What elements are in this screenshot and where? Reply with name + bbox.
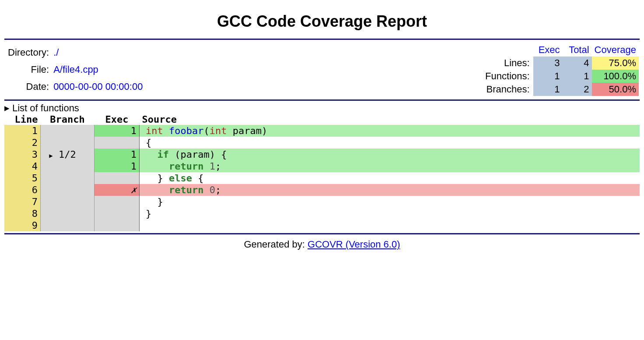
branch-cell[interactable]: ▶ 1/2 xyxy=(41,149,94,160)
source-row: 11int foobar(int param) xyxy=(4,125,640,137)
source-row: 41 return 1; xyxy=(4,160,640,172)
page-title: GCC Code Coverage Report xyxy=(4,12,640,31)
directory-label: Directory: xyxy=(6,44,51,60)
col-branch: Branch xyxy=(41,114,94,125)
directory-value: ./ xyxy=(52,44,144,60)
branch-cell xyxy=(41,160,94,172)
exec-count: ✗ xyxy=(94,184,140,196)
file-value: A/file4.cpp xyxy=(52,61,144,78)
exec-count: 1 xyxy=(94,125,140,137)
line-number: 6 xyxy=(4,184,41,196)
branch-cell xyxy=(41,196,94,208)
branch-cell xyxy=(41,172,94,184)
row-functions-exec: 1 xyxy=(533,70,563,83)
row-functions: Functions: 1 1 100.0% xyxy=(483,70,639,83)
branch-cell xyxy=(41,184,94,196)
line-number: 8 xyxy=(4,208,41,220)
branch-cell xyxy=(41,220,94,231)
functions-toggle-label: List of functions xyxy=(12,103,79,114)
row-lines-label: Lines: xyxy=(483,57,533,70)
row-lines: Lines: 3 4 75.0% xyxy=(483,57,639,70)
source-row: 7 } xyxy=(4,196,640,208)
row-functions-coverage: 100.0% xyxy=(592,70,639,83)
coverage-summary-table: Exec Total Coverage Lines: 3 4 75.0% Fun… xyxy=(483,43,639,96)
source-code: int foobar(int param) xyxy=(140,125,640,137)
row-functions-total: 1 xyxy=(563,70,592,83)
line-number: 2 xyxy=(4,137,41,149)
row-branches-coverage: 50.0% xyxy=(592,83,639,96)
source-code: { xyxy=(140,137,640,149)
exec-count xyxy=(94,137,140,149)
line-number: 1 xyxy=(4,125,41,137)
divider xyxy=(4,233,640,234)
header-exec: Exec xyxy=(533,43,563,57)
file-label: File: xyxy=(6,61,51,78)
summary-section: Directory: ./ File: A/file4.cpp Date: 00… xyxy=(4,42,640,98)
functions-toggle[interactable]: ▶ List of functions xyxy=(4,103,640,114)
row-branches: Branches: 1 2 50.0% xyxy=(483,83,639,96)
date-label: Date: xyxy=(6,79,51,95)
row-branches-exec: 1 xyxy=(533,83,563,96)
footer-link[interactable]: GCOVR (Version 6.0) xyxy=(308,239,400,250)
source-row: 9 xyxy=(4,220,640,231)
source-code xyxy=(140,220,640,231)
exec-count xyxy=(94,208,140,220)
source-table: Line Branch Exec Source 11int foobar(int… xyxy=(4,114,640,231)
line-number: 3 xyxy=(4,149,41,160)
header-total: Total xyxy=(563,43,592,57)
col-line: Line xyxy=(4,114,41,125)
exec-count xyxy=(94,172,140,184)
source-row: 6✗ return 0; xyxy=(4,184,640,196)
source-row: 3 ▶ 1/21 if (param) { xyxy=(4,149,640,160)
line-number: 5 xyxy=(4,172,41,184)
source-row: 2{ xyxy=(4,137,640,149)
divider xyxy=(4,39,640,40)
divider xyxy=(4,99,640,101)
row-functions-label: Functions: xyxy=(483,70,533,83)
exec-count: 1 xyxy=(94,149,140,160)
footer-prefix: Generated by: xyxy=(244,239,308,250)
source-code: return 1; xyxy=(140,160,640,172)
footer: Generated by: GCOVR (Version 6.0) xyxy=(4,239,640,250)
source-code: if (param) { xyxy=(140,149,640,160)
row-branches-total: 2 xyxy=(563,83,592,96)
branch-cell xyxy=(41,137,94,149)
source-row: 5 } else { xyxy=(4,172,640,184)
branch-cell xyxy=(41,125,94,137)
exec-count xyxy=(94,220,140,231)
source-code: } xyxy=(140,208,640,220)
source-code: return 0; xyxy=(140,184,640,196)
header-coverage: Coverage xyxy=(592,43,639,57)
triangle-right-icon: ▶ xyxy=(4,104,10,112)
col-source: Source xyxy=(140,114,640,125)
row-lines-total: 4 xyxy=(563,57,592,70)
source-code: } else { xyxy=(140,172,640,184)
col-exec: Exec xyxy=(94,114,140,125)
exec-count xyxy=(94,196,140,208)
row-branches-label: Branches: xyxy=(483,83,533,96)
source-code: } xyxy=(140,196,640,208)
row-lines-exec: 3 xyxy=(533,57,563,70)
exec-count: 1 xyxy=(94,160,140,172)
source-row: 8} xyxy=(4,208,640,220)
line-number: 7 xyxy=(4,196,41,208)
row-lines-coverage: 75.0% xyxy=(592,57,639,70)
date-value: 0000-00-00 00:00:00 xyxy=(52,79,144,95)
line-number: 9 xyxy=(4,220,41,231)
line-number: 4 xyxy=(4,160,41,172)
branch-cell xyxy=(41,208,94,220)
file-meta-table: Directory: ./ File: A/file4.cpp Date: 00… xyxy=(5,43,145,96)
